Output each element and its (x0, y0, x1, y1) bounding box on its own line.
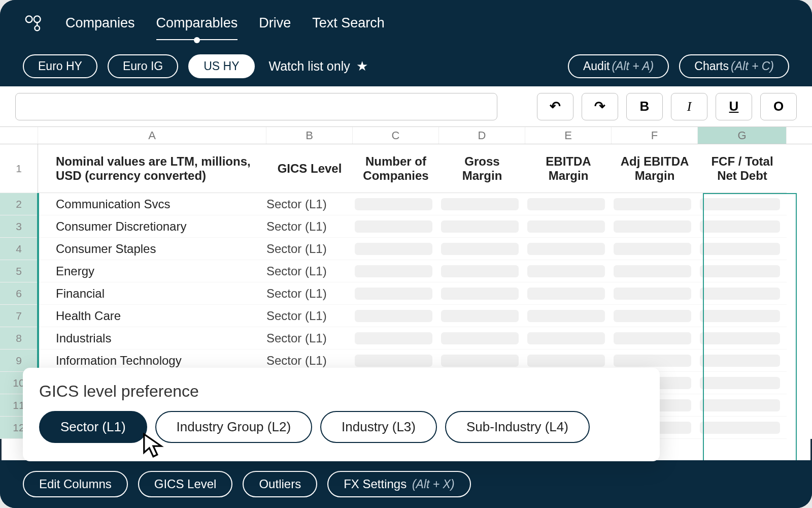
col-header-a[interactable]: A (38, 127, 266, 144)
loading-cell[interactable] (698, 372, 787, 394)
loading-cell[interactable] (353, 260, 439, 282)
header-cell[interactable]: Nominal values are LTM, millions, USD (c… (38, 144, 266, 193)
gics-level-cell[interactable]: Sector (L1) (266, 215, 353, 238)
loading-cell[interactable] (439, 260, 525, 282)
loading-cell[interactable] (698, 394, 787, 417)
col-header-c[interactable]: C (353, 127, 439, 144)
gics-level-cell[interactable]: Sector (L1) (266, 282, 353, 305)
loading-cell[interactable] (612, 327, 698, 350)
loading-cell[interactable] (525, 305, 612, 327)
nav-drive[interactable]: Drive (259, 15, 291, 31)
filter-euro-ig[interactable]: Euro IG (108, 54, 178, 78)
gics-level-cell[interactable]: Sector (L1) (266, 193, 353, 215)
loading-cell[interactable] (612, 282, 698, 305)
loading-cell[interactable] (698, 350, 787, 372)
loading-cell[interactable] (698, 305, 787, 327)
loading-cell[interactable] (698, 215, 787, 238)
sector-name-cell[interactable]: Consumer Discretionary (38, 215, 266, 238)
loading-cell[interactable] (698, 282, 787, 305)
filter-euro-hy[interactable]: Euro HY (23, 54, 97, 78)
loading-cell[interactable] (525, 282, 612, 305)
undo-button[interactable]: ↶ (537, 93, 573, 120)
bold-button[interactable]: B (626, 93, 663, 120)
col-header-f[interactable]: F (612, 127, 698, 144)
loading-cell[interactable] (525, 193, 612, 215)
gics-option-industry-l3[interactable]: Industry (L3) (320, 411, 437, 443)
filter-us-hy[interactable]: US HY (188, 54, 254, 78)
loading-cell[interactable] (353, 305, 439, 327)
loading-cell[interactable] (353, 282, 439, 305)
sector-name-cell[interactable]: Financial (38, 282, 266, 305)
loading-cell[interactable] (439, 327, 525, 350)
col-header-b[interactable]: B (266, 127, 353, 144)
col-header-g[interactable]: G (698, 127, 787, 144)
row-header[interactable]: 1 (0, 144, 38, 193)
header-cell[interactable]: Gross Margin (439, 144, 525, 193)
outliers-button[interactable]: Outliers (243, 471, 317, 497)
edit-columns-button[interactable]: Edit Columns (23, 471, 128, 497)
gics-level-cell[interactable]: Sector (L1) (266, 327, 353, 350)
sector-name-cell[interactable]: Energy (38, 260, 266, 282)
loading-cell[interactable] (525, 260, 612, 282)
header-cell[interactable]: FCF / Total Net Debt (698, 144, 787, 193)
loading-cell[interactable] (612, 193, 698, 215)
watch-list-toggle[interactable]: Watch list only ★ (269, 58, 368, 74)
loading-cell[interactable] (698, 327, 787, 350)
row-header[interactable]: 8 (0, 327, 38, 350)
gics-option-sector-l1[interactable]: Sector (L1) (39, 411, 147, 443)
header-cell[interactable]: Number of Companies (353, 144, 439, 193)
loading-cell[interactable] (698, 193, 787, 215)
loading-cell[interactable] (612, 260, 698, 282)
loading-cell[interactable] (525, 327, 612, 350)
gics-level-cell[interactable]: Sector (L1) (266, 238, 353, 260)
row-header[interactable]: 4 (0, 238, 38, 260)
gics-option-industry-group-l2[interactable]: Industry Group (L2) (155, 411, 312, 443)
loading-cell[interactable] (439, 305, 525, 327)
loading-cell[interactable] (353, 215, 439, 238)
header-cell[interactable]: GICS Level (266, 144, 353, 193)
corner-cell[interactable] (0, 127, 38, 144)
col-header-e[interactable]: E (525, 127, 612, 144)
loading-cell[interactable] (439, 215, 525, 238)
loading-cell[interactable] (353, 193, 439, 215)
loading-cell[interactable] (698, 417, 787, 439)
sector-name-cell[interactable]: Health Care (38, 305, 266, 327)
header-cell[interactable]: EBITDA Margin (525, 144, 612, 193)
loading-cell[interactable] (698, 238, 787, 260)
nav-companies[interactable]: Companies (65, 15, 135, 31)
loading-cell[interactable] (353, 238, 439, 260)
row-header[interactable]: 7 (0, 305, 38, 327)
charts-button[interactable]: Charts(Alt + C) (679, 54, 789, 78)
loading-cell[interactable] (612, 215, 698, 238)
fx-settings-button[interactable]: FX Settings (Alt + X) (327, 471, 470, 497)
row-header[interactable]: 6 (0, 282, 38, 305)
gics-option-sub-industry-l4[interactable]: Sub-Industry (L4) (445, 411, 590, 443)
loading-cell[interactable] (612, 305, 698, 327)
loading-cell[interactable] (525, 238, 612, 260)
row-header[interactable]: 3 (0, 215, 38, 238)
formula-input[interactable] (15, 93, 497, 120)
row-header[interactable]: 5 (0, 260, 38, 282)
loading-cell[interactable] (439, 282, 525, 305)
nav-text-search[interactable]: Text Search (312, 15, 385, 31)
loading-cell[interactable] (439, 238, 525, 260)
nav-comparables[interactable]: Comparables (156, 15, 238, 31)
loading-cell[interactable] (698, 260, 787, 282)
loading-cell[interactable] (612, 238, 698, 260)
gics-level-button[interactable]: GICS Level (138, 471, 233, 497)
row-header[interactable]: 2 (0, 193, 38, 215)
loading-cell[interactable] (525, 215, 612, 238)
header-cell[interactable]: Adj EBITDA Margin (612, 144, 698, 193)
other-format-button[interactable]: O (760, 93, 797, 120)
gics-level-cell[interactable]: Sector (L1) (266, 260, 353, 282)
audit-button[interactable]: Audit(Alt + A) (568, 54, 669, 78)
redo-button[interactable]: ↷ (582, 93, 618, 120)
loading-cell[interactable] (353, 327, 439, 350)
italic-button[interactable]: I (671, 93, 707, 120)
col-header-d[interactable]: D (439, 127, 525, 144)
gics-level-cell[interactable]: Sector (L1) (266, 305, 353, 327)
sector-name-cell[interactable]: Communication Svcs (38, 193, 266, 215)
underline-button[interactable]: U (716, 93, 752, 120)
sector-name-cell[interactable]: Consumer Staples (38, 238, 266, 260)
sector-name-cell[interactable]: Industrials (38, 327, 266, 350)
